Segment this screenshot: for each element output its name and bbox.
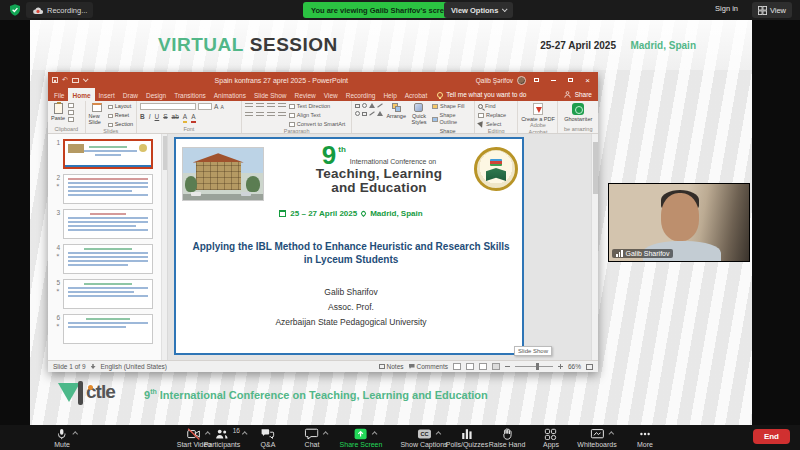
polls-quizzes-button[interactable]: Polls/Quizzes — [446, 428, 488, 448]
find-button[interactable]: Find — [478, 103, 496, 110]
ribbon-tab-transitions[interactable]: Transitions — [170, 88, 210, 101]
indent-increase-icon[interactable] — [278, 103, 286, 109]
ribbon-tab-animations[interactable]: Animations — [210, 88, 250, 101]
underline-button[interactable]: U — [155, 113, 160, 123]
view-layout-button[interactable]: View — [752, 2, 792, 18]
align-text-button[interactable]: Align Text — [289, 112, 346, 119]
minimize-button[interactable] — [547, 74, 560, 86]
view-options-button[interactable]: View Options — [444, 2, 513, 18]
accessibility-icon[interactable] — [91, 364, 96, 370]
close-button[interactable]: × — [581, 74, 594, 86]
indent-decrease-icon[interactable] — [267, 103, 275, 109]
whiteboards-button[interactable]: Whiteboards — [577, 428, 616, 448]
shape-outline-button[interactable]: Shape Outline — [432, 112, 471, 126]
ribbon-tab-insert[interactable]: Insert — [95, 88, 119, 101]
ribbon-tab-recording[interactable]: Recording — [342, 88, 380, 101]
slide-thumbnail-6[interactable] — [63, 314, 153, 344]
highlight-color-button[interactable]: A — [183, 113, 187, 123]
start-from-beginning-icon[interactable] — [72, 78, 79, 83]
save-icon[interactable] — [52, 77, 58, 83]
undo-icon[interactable]: ↶ — [62, 76, 68, 84]
reset-button[interactable]: Reset — [108, 112, 133, 119]
italic-button[interactable]: I — [149, 113, 151, 123]
chevron-up-icon[interactable] — [323, 431, 329, 437]
convert-smartart-button[interactable]: Convert to SmartArt — [289, 121, 346, 128]
ribbon-tab-slide-show[interactable]: Slide Show — [250, 88, 291, 101]
bold-button[interactable]: B — [140, 113, 145, 123]
create-pdf-button[interactable]: Create a PDF — [521, 103, 555, 122]
ribbon-tab-view[interactable]: View — [320, 88, 342, 101]
text-direction-button[interactable]: Text Direction — [289, 103, 346, 110]
qat-customize-icon[interactable] — [83, 76, 89, 82]
slide-thumbnail-1[interactable] — [63, 139, 153, 169]
bullets-icon[interactable] — [245, 103, 253, 109]
chevron-up-icon[interactable] — [372, 431, 378, 437]
tell-me-box[interactable]: Tell me what you want to do — [437, 88, 526, 101]
replace-button[interactable]: Replace — [478, 112, 506, 119]
more-button[interactable]: More — [637, 428, 653, 448]
restore-button[interactable] — [564, 74, 577, 86]
apps-button[interactable]: Apps — [543, 428, 559, 448]
slide-show-view-button[interactable] — [492, 363, 500, 370]
mute-button[interactable]: Mute — [54, 428, 70, 448]
ribbon-display-options-button[interactable] — [530, 74, 543, 86]
arrange-button[interactable]: Arrange — [386, 103, 406, 119]
strikethrough-button[interactable]: S — [163, 113, 167, 123]
chevron-up-icon[interactable] — [73, 431, 79, 437]
zoom-percent[interactable]: 66% — [568, 363, 581, 370]
ribbon-tab-design[interactable]: Design — [142, 88, 170, 101]
increase-font-icon[interactable]: A — [214, 103, 218, 111]
paste-button[interactable]: Paste — [51, 103, 65, 121]
ribbon-tab-help[interactable]: Help — [379, 88, 400, 101]
clear-format-button[interactable]: ab — [172, 113, 179, 123]
shapes-gallery[interactable] — [355, 103, 383, 116]
ribbon-tab-file[interactable]: File — [50, 88, 68, 101]
cut-icon[interactable] — [68, 103, 74, 108]
security-shield-icon[interactable] — [8, 3, 22, 17]
qa-button[interactable]: Q&A — [261, 428, 276, 448]
ribbon-tab-draw[interactable]: Draw — [119, 88, 142, 101]
slide-thumbnail-3[interactable] — [63, 209, 153, 239]
justify-icon[interactable] — [278, 112, 286, 118]
align-right-icon[interactable] — [267, 112, 275, 118]
ribbon-tab-acrobat[interactable]: Acrobat — [401, 88, 431, 101]
ribbon-tab-review[interactable]: Review — [290, 88, 319, 101]
normal-view-button[interactable] — [453, 363, 461, 370]
chevron-up-icon[interactable] — [435, 431, 441, 437]
font-size-box[interactable] — [198, 103, 212, 110]
select-button[interactable]: Select — [478, 121, 501, 128]
thumbnail-scrollbar[interactable] — [161, 134, 167, 360]
slide-thumbnail-5[interactable] — [63, 279, 153, 309]
reading-view-button[interactable] — [479, 363, 487, 370]
zoom-out-icon[interactable] — [505, 364, 510, 369]
align-center-icon[interactable] — [256, 112, 264, 118]
participant-video-tile[interactable]: Galib Sharifov — [608, 183, 750, 262]
chevron-up-icon[interactable] — [608, 431, 614, 437]
language-indicator[interactable]: English (United States) — [101, 363, 167, 370]
slide-sorter-view-button[interactable] — [466, 363, 474, 370]
zoom-in-icon[interactable] — [558, 364, 563, 369]
raise-hand-button[interactable]: Raise Hand — [489, 428, 526, 448]
slide-thumbnail-2[interactable] — [63, 174, 153, 204]
slide-thumbnail-4[interactable] — [63, 244, 153, 274]
chevron-up-icon[interactable] — [242, 431, 248, 437]
new-slide-button[interactable]: New Slide — [89, 103, 105, 125]
chat-button[interactable]: Chat — [305, 428, 320, 448]
layout-button[interactable]: Layout — [108, 103, 133, 110]
share-screen-button[interactable]: Share Screen — [340, 428, 383, 448]
zoom-slider[interactable] — [515, 366, 553, 367]
format-painter-icon[interactable] — [68, 117, 74, 122]
current-slide[interactable]: 9 th International Conference on Teachin… — [174, 137, 524, 355]
ghostwriter-button[interactable]: Ghostwriter — [564, 103, 592, 122]
notes-button[interactable]: Notes — [379, 363, 404, 370]
show-captions-button[interactable]: CC Show Captions — [400, 428, 447, 448]
font-name-box[interactable] — [140, 103, 196, 110]
font-color-button[interactable]: A — [191, 113, 195, 123]
fit-slide-icon[interactable] — [586, 364, 593, 370]
end-meeting-button[interactable]: End — [753, 429, 790, 444]
canvas-scrollbar[interactable] — [591, 134, 598, 360]
account-avatar[interactable] — [517, 76, 526, 85]
participants-button[interactable]: 16 Participants — [204, 428, 241, 448]
numbering-icon[interactable] — [256, 103, 264, 109]
copy-icon[interactable] — [68, 110, 74, 115]
